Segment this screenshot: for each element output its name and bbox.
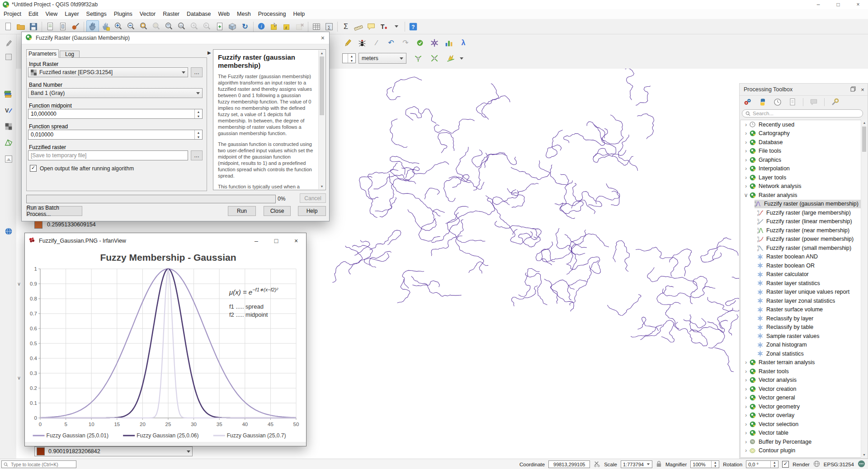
chevron-right-icon[interactable]: › bbox=[743, 368, 749, 375]
function-spread-stepper[interactable]: ▲▼ bbox=[28, 130, 203, 140]
vertex-tool-button[interactable] bbox=[414, 37, 426, 49]
close-icon[interactable]: × bbox=[321, 34, 325, 42]
toolbox-item-raster-analysis[interactable]: ∨Raster analysis bbox=[741, 191, 862, 200]
snapping-dropdown-icon[interactable] bbox=[460, 57, 463, 60]
refresh-button[interactable]: ↻ bbox=[239, 21, 251, 33]
scale-combo[interactable]: 1:773794 bbox=[621, 460, 652, 468]
models-button[interactable] bbox=[742, 96, 754, 108]
style-manager-left-button[interactable] bbox=[3, 38, 14, 49]
show-layout-manager-button[interactable] bbox=[57, 21, 69, 33]
toolbox-item-vector-creation[interactable]: ›Vector creation bbox=[741, 385, 862, 394]
chevron-right-icon[interactable]: › bbox=[743, 157, 749, 163]
toolbox-item-interpolation[interactable]: ›Interpolation bbox=[741, 164, 862, 174]
chevron-down-icon[interactable]: ∨ bbox=[17, 281, 21, 287]
zoom-native-button[interactable]: 1:1 bbox=[176, 21, 188, 33]
bar-chart-button[interactable] bbox=[443, 37, 455, 49]
toolbox-item-raster-calculator[interactable]: Raster calculator bbox=[741, 270, 862, 279]
chevron-down-icon[interactable]: ∨ bbox=[17, 375, 21, 381]
toolbox-item-fuzzify-raster-near-membership[interactable]: 10Fuzzify raster (near membership) bbox=[741, 226, 862, 235]
input-raster-browse-button[interactable]: … bbox=[191, 67, 203, 77]
chevron-right-icon[interactable]: › bbox=[743, 148, 749, 154]
menu-layer[interactable]: Layer bbox=[61, 9, 82, 19]
toolbox-item-cartography[interactable]: ›Cartography bbox=[741, 129, 862, 138]
messages-icon[interactable] bbox=[858, 460, 865, 469]
style-manager-button[interactable] bbox=[70, 21, 81, 33]
input-raster-combo[interactable]: Fuzzified raster [EPSG:31254] bbox=[28, 67, 188, 77]
chevron-right-icon[interactable]: › bbox=[743, 377, 749, 383]
toolbox-scrollbar[interactable]: ▲ ▼ bbox=[861, 120, 867, 458]
new-print-layout-button[interactable] bbox=[44, 21, 56, 33]
minimize-icon[interactable]: – bbox=[808, 0, 828, 9]
menu-mesh[interactable]: Mesh bbox=[233, 9, 255, 19]
edit-features-in-place-button[interactable] bbox=[808, 96, 820, 108]
history-button[interactable] bbox=[772, 96, 783, 108]
menu-raster[interactable]: Raster bbox=[159, 9, 183, 19]
symbology-class-combo[interactable]: 0.900191823206842 bbox=[34, 446, 193, 456]
snap-intersection-button[interactable] bbox=[429, 52, 440, 64]
stepper-arrows-icon[interactable]: ▲▼ bbox=[711, 461, 719, 468]
band-number-combo[interactable]: Band 1 (Gray) bbox=[28, 88, 203, 98]
dialog-titlebar[interactable]: Fuzzify Raster (Gaussian Membership) × bbox=[22, 32, 329, 44]
menu-settings[interactable]: Settings bbox=[83, 9, 110, 19]
deselect-features-button[interactable] bbox=[294, 21, 306, 33]
toolbox-item-raster-boolean-or[interactable]: Raster boolean OR bbox=[741, 261, 862, 270]
zoom-in-button[interactable] bbox=[113, 21, 124, 33]
toolbox-item-raster-layer-statistics[interactable]: Raster layer statistics bbox=[741, 279, 862, 288]
function-midpoint-stepper[interactable]: ▲▼ bbox=[28, 109, 203, 119]
toolbox-item-layer-tools[interactable]: ›Layer tools bbox=[741, 173, 862, 182]
chevron-down-icon[interactable]: ∨ bbox=[743, 192, 749, 198]
toolbox-item-vector-analysis[interactable]: ›Vector analysis bbox=[741, 376, 862, 385]
close-icon[interactable]: × bbox=[848, 0, 868, 9]
show-map-tips-button[interactable] bbox=[365, 21, 377, 33]
run-button[interactable]: Run bbox=[228, 206, 256, 216]
help-contents-button[interactable]: ? bbox=[407, 21, 419, 33]
toolbox-item-reclassify-by-layer[interactable]: Reclassify by layer bbox=[741, 314, 862, 323]
maximize-icon[interactable]: □ bbox=[828, 0, 848, 9]
stepper-arrows-icon[interactable]: ▲▼ bbox=[770, 461, 778, 468]
field-calculator-button[interactable]: ∑ bbox=[323, 21, 335, 33]
chevron-right-icon[interactable]: › bbox=[743, 386, 749, 392]
menu-database[interactable]: Database bbox=[183, 9, 215, 19]
scrollbar-thumb[interactable] bbox=[862, 127, 866, 152]
annotation-dropdown-button[interactable] bbox=[391, 21, 402, 33]
menu-vector[interactable]: Vector bbox=[136, 9, 159, 19]
identify-features-button[interactable]: i bbox=[256, 21, 268, 33]
close-button[interactable]: Close bbox=[264, 206, 291, 216]
pan-map-to-selection-button[interactable] bbox=[100, 21, 112, 33]
open-output-checkbox-row[interactable]: ✓ Open output file after running algorit… bbox=[30, 165, 134, 172]
snapping-tolerance-input[interactable] bbox=[343, 55, 348, 61]
run-as-batch-button[interactable]: Run as Batch Process... bbox=[26, 206, 82, 216]
toolbox-item-fuzzify-raster-power-membership[interactable]: 10Fuzzify raster (power membership) bbox=[741, 235, 862, 244]
add-delimited-text-layer-button[interactable]: ,a, bbox=[3, 154, 14, 164]
chevron-right-icon[interactable]: › bbox=[743, 122, 749, 128]
panel-header[interactable]: Processing Toolbox × bbox=[740, 84, 868, 96]
redo-button[interactable]: ↷ bbox=[400, 37, 411, 49]
menu-help[interactable]: Help bbox=[289, 9, 308, 19]
cancel-button[interactable]: Cancel bbox=[300, 193, 326, 203]
snapping-units-combo[interactable]: meters bbox=[359, 53, 406, 64]
stepper-arrows-icon[interactable]: ▲▼ bbox=[194, 109, 202, 118]
menu-processing[interactable]: Processing bbox=[255, 9, 290, 19]
locate-input[interactable] bbox=[10, 461, 74, 468]
add-vector-layer-button[interactable]: V bbox=[3, 105, 14, 116]
pan-map-button[interactable] bbox=[86, 20, 99, 33]
tab-log[interactable]: Log bbox=[60, 51, 80, 58]
toolbox-item-fuzzify-raster-gaussian-membership[interactable]: 10Fuzzify raster (gaussian membership) bbox=[741, 200, 862, 209]
zoom-last-button[interactable] bbox=[189, 21, 200, 33]
toolbox-search[interactable]: Search... bbox=[742, 109, 863, 117]
slash-button[interactable]: ∕ bbox=[371, 37, 382, 49]
toolbox-item-network-analysis[interactable]: ›Network analysis bbox=[741, 182, 862, 191]
toolbox-item-vector-selection[interactable]: ›Vector selection bbox=[741, 420, 862, 429]
close-panel-icon[interactable]: × bbox=[858, 86, 868, 93]
crs-label[interactable]: EPSG:31254 bbox=[824, 462, 854, 467]
zoom-to-selection-button[interactable] bbox=[151, 21, 162, 33]
menu-edit[interactable]: Edit bbox=[25, 9, 42, 19]
crs-globe-icon[interactable] bbox=[813, 460, 820, 468]
toolbox-item-vector-general[interactable]: ›Vector general bbox=[741, 394, 862, 403]
select-by-expression-button[interactable]: ε bbox=[281, 21, 293, 33]
menu-project[interactable]: Project bbox=[0, 9, 25, 19]
scripts-python-button[interactable] bbox=[757, 96, 769, 108]
snapping-tolerance-stepper[interactable]: ▲▼ bbox=[342, 53, 356, 63]
window-titlebar[interactable]: *Untitled Project - QGIS 0fd99f32ab – □ … bbox=[0, 0, 868, 9]
toolbox-item-file-tools[interactable]: ›File tools bbox=[741, 147, 862, 156]
